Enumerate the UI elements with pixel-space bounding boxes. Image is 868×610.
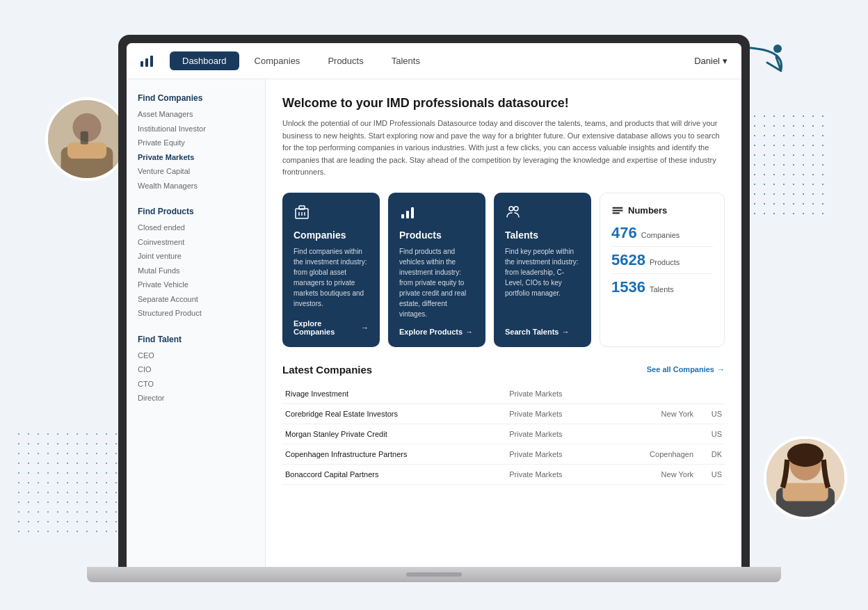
company-city: New York — [609, 464, 696, 484]
company-country — [696, 384, 725, 404]
svg-rect-18 — [406, 211, 409, 218]
sidebar-section-title-products: Find Products — [138, 207, 254, 216]
sidebar-item-venture-capital[interactable]: Venture Capital — [138, 164, 254, 179]
sidebar-item-cio[interactable]: CIO — [138, 362, 254, 377]
avatar-person-right — [764, 436, 847, 520]
sidebar-item-separate-account[interactable]: Separate Account — [138, 292, 254, 307]
sidebar-item-mutual-funds[interactable]: Mutal Funds — [138, 264, 254, 278]
laptop-screen: Dashboard Companies Products Talents Dan… — [127, 43, 741, 567]
company-city — [609, 384, 696, 404]
company-name: Morgan Stanley Private Credit — [282, 424, 506, 444]
number-companies-label: Companies — [641, 231, 680, 239]
svg-rect-19 — [411, 207, 414, 218]
company-name: Bonaccord Capital Partners — [282, 464, 506, 484]
svg-point-1 — [773, 45, 782, 53]
company-country: US — [696, 403, 725, 424]
dots-decoration-bottom-left — [14, 429, 125, 540]
svg-point-20 — [509, 207, 513, 211]
company-category: Private Markets — [506, 403, 609, 424]
sidebar-item-structured-product[interactable]: Structured Product — [138, 306, 254, 321]
sidebar-item-director[interactable]: Director — [138, 391, 254, 406]
sidebar-item-cto[interactable]: CTO — [138, 377, 254, 392]
sidebar-item-joint-venture[interactable]: Joint venture — [138, 249, 254, 264]
sidebar: Find Companies Asset Managers Institutio… — [127, 79, 266, 567]
number-products-value: 5628 — [611, 251, 645, 269]
sidebar-section-title-companies: Find Companies — [138, 93, 254, 103]
svg-rect-10 — [782, 483, 828, 501]
card-companies: Companies Find companies within the inve… — [282, 193, 380, 347]
number-products-label: Products — [650, 258, 680, 266]
company-country: DK — [696, 444, 725, 464]
tab-dashboard[interactable]: Dashboard — [170, 51, 239, 70]
tab-companies[interactable]: Companies — [242, 51, 313, 70]
latest-companies-title: Latest Companies — [282, 364, 372, 376]
avatar-person-left — [45, 97, 129, 181]
svg-rect-24 — [613, 212, 620, 214]
products-card-title: Products — [399, 230, 474, 241]
sidebar-section-talent: Find Talent CEO CIO CTO Director — [138, 335, 254, 406]
svg-rect-23 — [613, 209, 623, 211]
company-category: Private Markets — [506, 384, 609, 404]
sidebar-item-asset-managers[interactable]: Asset Managers — [138, 107, 254, 122]
see-all-companies-link[interactable]: See all Companies → — [647, 365, 725, 374]
company-city — [609, 424, 696, 444]
company-country: US — [696, 464, 725, 484]
sidebar-section-products: Find Products Closed ended Coinvestment … — [138, 207, 254, 321]
sidebar-section-companies: Find Companies Asset Managers Institutio… — [138, 93, 254, 193]
search-talents-link[interactable]: Search Talents → — [505, 328, 580, 336]
sidebar-item-private-equity[interactable]: Private Equity — [138, 136, 254, 150]
latest-companies-table: Rivage Investment Private Markets Corebr… — [282, 384, 725, 485]
company-name: Copenhagen Infrastructure Partners — [282, 444, 506, 464]
welcome-title: Welcome to your IMD professionals dataso… — [282, 96, 725, 111]
svg-rect-6 — [81, 131, 88, 145]
company-city: Copenhagen — [609, 444, 696, 464]
user-name: Daniel — [694, 56, 720, 66]
company-category: Private Markets — [506, 444, 609, 464]
table-row: Rivage Investment Private Markets — [282, 384, 725, 404]
sidebar-item-private-markets[interactable]: Private Markets — [138, 150, 254, 165]
numbers-card: Numbers 476 Companies 5628 Products — [600, 193, 725, 347]
sidebar-item-private-vehicle[interactable]: Private Vehicle — [138, 278, 254, 292]
table-row: Morgan Stanley Private Credit Private Ma… — [282, 424, 725, 444]
welcome-description: Unlock the potential of our IMD Professi… — [282, 118, 725, 179]
talents-card-icon — [505, 204, 580, 224]
table-row: Bonaccord Capital Partners Private Marke… — [282, 464, 725, 484]
svg-point-21 — [514, 207, 518, 211]
sidebar-item-coinvestment[interactable]: Coinvestment — [138, 235, 254, 250]
company-city: New York — [609, 403, 696, 424]
sidebar-item-institutional[interactable]: Institutional Investor — [138, 122, 254, 136]
number-row-talents: 1536 Talents — [611, 278, 713, 296]
user-menu[interactable]: Daniel ▾ — [694, 56, 728, 66]
sidebar-item-ceo[interactable]: CEO — [138, 348, 254, 363]
laptop-bezel: Dashboard Companies Products Talents Dan… — [118, 35, 750, 567]
company-category: Private Markets — [506, 464, 609, 484]
table-row: Corebridge Real Estate Investors Private… — [282, 403, 725, 424]
companies-card-title: Companies — [294, 230, 369, 241]
explore-products-link[interactable]: Explore Products → — [399, 328, 474, 336]
svg-rect-13 — [299, 206, 305, 209]
feature-cards-row: Companies Find companies within the inve… — [282, 193, 725, 347]
products-card-icon — [399, 204, 474, 224]
number-row-companies: 476 Companies — [611, 224, 713, 242]
app-logo — [140, 56, 153, 67]
card-products: Products Find products and vehicles with… — [388, 193, 485, 347]
numbers-card-title: Numbers — [611, 204, 713, 217]
svg-rect-17 — [401, 214, 404, 218]
sidebar-item-closed-ended[interactable]: Closed ended — [138, 220, 254, 235]
number-talents-value: 1536 — [611, 278, 645, 296]
tab-talents[interactable]: Talents — [379, 51, 433, 70]
company-country: US — [696, 424, 725, 444]
tab-products[interactable]: Products — [315, 51, 376, 70]
number-companies-value: 476 — [611, 224, 637, 242]
table-row: Copenhagen Infrastructure Partners Priva… — [282, 444, 725, 464]
chevron-down-icon: ▾ — [723, 56, 728, 66]
sidebar-section-title-talent: Find Talent — [138, 335, 254, 344]
sidebar-item-wealth-managers[interactable]: Wealth Managers — [138, 179, 254, 193]
company-name: Corebridge Real Estate Investors — [282, 403, 506, 424]
number-row-products: 5628 Products — [611, 251, 713, 269]
explore-companies-link[interactable]: Explore Companies → — [294, 319, 369, 336]
main-content: Welcome to your IMD professionals dataso… — [266, 79, 741, 567]
laptop-base — [87, 567, 782, 582]
company-category: Private Markets — [506, 424, 609, 444]
companies-card-icon — [294, 204, 369, 224]
